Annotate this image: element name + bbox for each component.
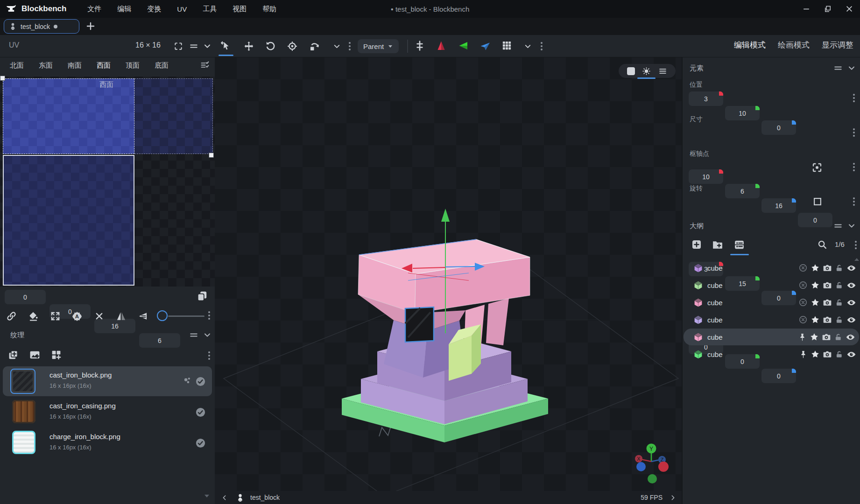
visibility-eye-icon[interactable] (846, 350, 856, 359)
visibility-eye-icon[interactable] (846, 315, 856, 325)
outliner-cube-row[interactable]: cube (683, 277, 860, 294)
outliner-view-toggle-icon[interactable] (733, 239, 745, 251)
add-group-icon[interactable] (712, 239, 723, 251)
uv-height-input[interactable]: 6 (139, 333, 180, 348)
visibility-eye-icon[interactable] (846, 280, 856, 290)
uv-face-adjacent[interactable] (134, 78, 213, 154)
uv-face-lower[interactable] (3, 155, 134, 286)
shade-camera-icon[interactable] (823, 298, 832, 307)
new-palette-icon[interactable] (50, 349, 62, 361)
uv-mirror-x-icon[interactable] (116, 311, 127, 322)
autouv-star-icon[interactable] (811, 298, 820, 307)
autouv-star-icon[interactable] (811, 350, 820, 359)
uv-canvas[interactable]: 西面 (0, 77, 215, 287)
menu-edit[interactable]: 编辑 (109, 5, 139, 14)
lock-icon[interactable] (835, 315, 844, 324)
face-tab-top[interactable]: 顶面 (126, 61, 140, 70)
axis-neg-x-ball[interactable] (658, 462, 669, 472)
face-tab-west[interactable]: 西面 (97, 61, 111, 70)
transform-tool-icon[interactable] (220, 41, 232, 52)
export-toggle-icon[interactable] (798, 315, 808, 324)
uv-link-icon[interactable] (6, 311, 17, 322)
face-tab-north[interactable]: 北面 (10, 61, 24, 70)
rescale-toggle-icon[interactable] (812, 196, 823, 207)
grid-painting-icon[interactable] (501, 40, 512, 51)
autouv-star-icon[interactable] (810, 332, 819, 342)
green-flip-tool-icon[interactable] (458, 40, 469, 51)
uv-mirror-y-icon[interactable] (137, 311, 148, 322)
tools-expand-icon[interactable] (332, 42, 341, 51)
visibility-eye-icon[interactable] (846, 298, 856, 308)
panel-resize-marker[interactable] (204, 495, 209, 497)
minimize-button[interactable] (796, 0, 817, 18)
textures-menu-icon[interactable] (189, 330, 198, 340)
lock-icon[interactable] (835, 281, 844, 290)
visibility-eye-icon[interactable] (846, 332, 855, 342)
model-leg[interactable] (486, 298, 509, 345)
pin-icon[interactable] (798, 333, 807, 342)
size-x-input[interactable]: 10 (689, 169, 723, 184)
lock-icon[interactable] (835, 298, 844, 307)
lock-icon[interactable] (834, 333, 843, 342)
menu-uv[interactable]: UV (169, 5, 195, 13)
outliner-cube-row[interactable]: cube (683, 346, 860, 363)
shade-camera-icon[interactable] (823, 315, 832, 324)
textures-overflow-icon[interactable] (208, 351, 210, 360)
new-texture-icon[interactable] (7, 349, 19, 361)
slider-knob[interactable] (157, 310, 168, 321)
size-overflow-icon[interactable] (853, 128, 855, 137)
vertex-snap-tool-icon[interactable] (309, 41, 320, 52)
position-z-input[interactable]: 0 (761, 120, 796, 135)
menu-tools[interactable]: 工具 (195, 5, 225, 14)
restore-button[interactable] (817, 0, 839, 18)
size-y-input[interactable]: 6 (725, 184, 760, 198)
element-collapse-icon[interactable] (847, 63, 856, 73)
shade-camera-icon[interactable] (823, 350, 832, 359)
pivot-tool-icon[interactable] (287, 41, 298, 52)
shade-camera-icon[interactable] (822, 332, 831, 342)
visibility-eye-icon[interactable] (846, 263, 856, 273)
tab-display-mode[interactable]: 显示调整 (822, 40, 853, 50)
autouv-star-icon[interactable] (811, 315, 820, 324)
toolbar-expand-icon[interactable] (523, 42, 532, 51)
toolbar-overflow2-icon[interactable] (541, 42, 543, 50)
toolbar-overflow-icon[interactable] (349, 42, 351, 50)
menu-view[interactable]: 视图 (225, 5, 254, 14)
tab-test-block[interactable]: test_block (4, 19, 79, 34)
shading-toggle-icon[interactable] (627, 67, 635, 75)
export-toggle-icon[interactable] (798, 263, 808, 273)
position-y-input[interactable]: 10 (725, 106, 760, 120)
rotation-z-input[interactable]: 0 (761, 369, 796, 383)
rotate-tool-icon[interactable] (265, 41, 276, 51)
center-pivot-icon[interactable] (811, 162, 823, 173)
uv-fill-bucket-icon[interactable] (28, 311, 39, 322)
texture-item[interactable]: charge_iron_block.png 16 x 16px (16x) (3, 428, 212, 458)
outliner-menu-icon[interactable] (833, 221, 843, 231)
uv-panel-menu-icon[interactable] (189, 42, 198, 51)
axis-neg-y-ball[interactable] (648, 474, 657, 483)
lock-icon[interactable] (835, 350, 844, 359)
uv-resize-handle-tl[interactable] (0, 76, 5, 81)
tab-paint-mode[interactable]: 绘画模式 (778, 40, 810, 50)
status-prev-icon[interactable] (220, 494, 228, 502)
texture-enabled-check-icon[interactable] (195, 407, 206, 418)
import-texture-icon[interactable] (29, 349, 41, 361)
uv-resize-handle-r[interactable] (209, 153, 214, 158)
uv-maximize-icon[interactable] (50, 311, 61, 322)
pivot-overflow-icon[interactable] (853, 163, 855, 171)
viewport-3d[interactable]: X Y Z (215, 57, 682, 491)
outliner-overflow-icon[interactable] (855, 241, 857, 249)
texture-enabled-check-icon[interactable] (195, 438, 206, 448)
size-z-input[interactable]: 16 (761, 198, 796, 213)
face-list-icon[interactable] (200, 60, 210, 70)
texture-item[interactable]: cast_iron_casing.png 16 x 16px (16x) (3, 397, 212, 427)
textures-collapse-icon[interactable] (203, 330, 212, 340)
outliner-cube-row[interactable]: cube (683, 294, 860, 311)
menu-file[interactable]: 文件 (79, 5, 109, 14)
outliner-collapse-icon[interactable] (847, 221, 856, 231)
blue-plane-tool-icon[interactable] (479, 40, 491, 51)
shade-camera-icon[interactable] (823, 263, 832, 273)
viewport-menu-icon[interactable] (658, 67, 667, 76)
lighting-toggle[interactable] (642, 66, 651, 75)
shade-camera-icon[interactable] (823, 280, 832, 290)
